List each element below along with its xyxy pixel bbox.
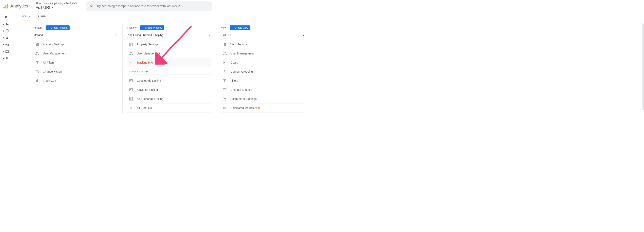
people-icon <box>35 51 39 55</box>
rail-audience[interactable]: ▶ <box>2 36 10 40</box>
cart-icon <box>223 97 227 101</box>
chevron-down-icon: ▼ <box>115 34 117 36</box>
property-column: Property + Create Property App Listing -… <box>122 25 216 113</box>
beta-badge: BETA <box>255 107 260 109</box>
people-icon <box>223 51 227 55</box>
create-account-button[interactable]: + Create Account <box>46 25 70 30</box>
ga-logo-icon <box>3 4 8 8</box>
view-item-channel[interactable]: Channel Settings <box>221 85 305 94</box>
view-item-settings[interactable]: View Settings <box>221 40 305 49</box>
view-picker-dropdown[interactable]: Full URI ▼ <box>221 32 305 38</box>
list-item-label: User Management <box>43 52 66 55</box>
admin-columns: ➔ ➔ Account + Create Account Rewind ▼ Ac… <box>16 21 322 121</box>
view-item-goals[interactable]: Goals <box>221 58 305 67</box>
account-item-history[interactable]: Change History <box>34 67 118 76</box>
property-selected: App Listing - Rewind (Shopify) <box>128 33 163 36</box>
view-selected: Full URI <box>222 33 231 36</box>
account-item-trash[interactable]: Trash Can <box>34 76 118 85</box>
property-item-tracking-info[interactable]: Tracking Info <box>128 58 211 67</box>
admin-tabs: ADMIN USER <box>16 12 322 21</box>
list-item-label: Calculated MetricsBETA <box>230 106 260 110</box>
search-icon <box>90 4 94 8</box>
rail-home[interactable] <box>2 15 10 19</box>
clock-icon <box>5 29 9 33</box>
view-column: View + Create View Full URI ▼ View Setti… <box>216 25 310 113</box>
account-label: Account <box>34 26 42 29</box>
view-label: View <box>221 26 226 29</box>
ads-icon <box>129 79 133 83</box>
account-picker[interactable]: All accounts > App Listing - Rewind (S… … <box>36 2 79 10</box>
merge-icon <box>223 70 227 74</box>
rail-acquisition[interactable]: ▶ <box>2 43 10 46</box>
create-property-button[interactable]: + Create Property <box>140 25 164 30</box>
account-item-settings[interactable]: Account Settings <box>34 40 118 49</box>
filter-icon <box>223 79 227 83</box>
breadcrumb-path: All accounts > App Listing - Rewind (S… <box>36 2 79 5</box>
filter-icon <box>35 61 39 65</box>
chevron-down-icon: ▼ <box>302 34 304 36</box>
property-item-users[interactable]: User Management <box>128 49 211 58</box>
dd-icon: Dd <box>223 106 227 110</box>
home-icon <box>4 15 8 19</box>
search-input[interactable]: Try searching "Compare bounce rate this … <box>86 1 212 11</box>
list-item-label: Ecommerce Settings <box>230 97 256 101</box>
people-icon <box>129 51 133 55</box>
chevron-down-icon: ▼ <box>51 6 54 9</box>
property-item-google-ads[interactable]: Google Ads Linking <box>128 76 211 85</box>
property-label: Property <box>128 26 136 29</box>
rail-conversions[interactable]: ▶ <box>2 56 10 60</box>
channel-icon <box>223 88 227 92</box>
dashboard-icon <box>5 22 9 26</box>
chevron-down-icon: ▼ <box>208 34 211 36</box>
building-icon <box>35 42 39 46</box>
create-property-label: Create Property <box>145 26 162 29</box>
tab-admin[interactable]: ADMIN <box>22 12 30 21</box>
trash-icon <box>35 79 39 83</box>
svg-text:Dd: Dd <box>223 107 226 109</box>
code-icon <box>129 61 133 65</box>
view-item-users[interactable]: User Management <box>221 49 305 58</box>
list-item-label: Ad Exchange Linking <box>137 97 164 101</box>
expand-icon: ▶ <box>3 57 4 59</box>
tab-user[interactable]: USER <box>38 12 46 21</box>
property-item-all-products[interactable]: All Products <box>128 104 211 113</box>
view-item-filters[interactable]: Filters <box>221 76 305 85</box>
brand-name: Analytics <box>10 3 28 9</box>
property-item-adsense[interactable]: AdSense Linking <box>128 85 211 94</box>
person-icon <box>5 36 9 40</box>
list-item-label: Filters <box>230 79 238 82</box>
expand-icon: ▶ <box>3 30 4 32</box>
account-item-filters[interactable]: All Filters <box>34 58 118 67</box>
topbar: Analytics All accounts > App Listing - R… <box>0 0 322 12</box>
property-item-settings[interactable]: Property Settings <box>128 40 211 49</box>
calc-metrics-label: Calculated Metrics <box>230 106 254 110</box>
plus-icon: + <box>232 26 234 29</box>
rail-customization[interactable]: ▶ <box>2 22 10 26</box>
layout-icon <box>129 97 133 101</box>
plus-icon: + <box>48 26 50 29</box>
account-picker-dropdown[interactable]: Rewind ▼ <box>34 32 118 38</box>
layout-icon <box>129 42 133 46</box>
view-item-calculated-metrics[interactable]: Dd Calculated MetricsBETA <box>221 104 305 113</box>
list-item-label: Trash Can <box>43 79 56 82</box>
property-item-ad-exchange[interactable]: Ad Exchange Linking <box>128 94 211 104</box>
rail-behavior[interactable]: ▶ <box>2 50 10 53</box>
view-item-content-grouping[interactable]: Content Grouping <box>221 67 305 76</box>
product-linking-header: PRODUCT LINKING <box>128 67 211 75</box>
account-selected: Rewind <box>34 33 43 36</box>
link-icon <box>129 106 133 110</box>
card-icon <box>129 88 133 92</box>
list-item-label: Tracking Info <box>137 61 153 64</box>
create-view-label: Create View <box>235 26 248 29</box>
account-item-users[interactable]: User Management <box>34 49 118 58</box>
view-item-ecommerce[interactable]: Ecommerce Settings <box>221 94 305 104</box>
plus-icon: + <box>142 26 144 29</box>
list-item-label: Content Grouping <box>230 70 253 73</box>
rail-realtime[interactable]: ▶ <box>2 29 10 33</box>
list-item-label: Property Settings <box>137 43 158 46</box>
create-view-button[interactable]: + Create View <box>230 25 250 30</box>
property-picker-dropdown[interactable]: App Listing - Rewind (Shopify) ▼ <box>128 32 211 38</box>
expand-icon: ▶ <box>3 51 4 52</box>
divider <box>32 3 33 9</box>
ga-logo[interactable]: Analytics <box>3 3 28 9</box>
